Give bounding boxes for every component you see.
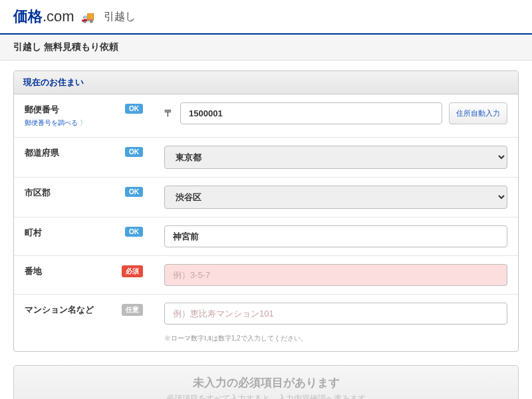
- submit-button: 未入力の必須項目があります 必須項目をすべて入力すると、入力内容確認へ進みます: [13, 365, 519, 399]
- street-input[interactable]: [164, 264, 507, 286]
- town-badge: OK: [125, 227, 143, 237]
- input-cell-building: ※ローマ数字Ⅰ,Ⅱは数字1,2で入力してください。: [154, 295, 518, 351]
- input-cell-prefecture: 東京都: [154, 138, 518, 177]
- submit-sub-text: 必須項目をすべて入力すると、入力内容確認へ進みます: [23, 393, 509, 399]
- row-city: 市区郡 OK 渋谷区: [14, 178, 518, 217]
- building-input[interactable]: [164, 303, 507, 325]
- input-cell-town: [154, 217, 518, 255]
- label-cell-prefecture: 都道府県 OK: [14, 138, 154, 168]
- row-prefecture: 都道府県 OK 東京都: [14, 138, 518, 178]
- town-input[interactable]: [164, 225, 507, 247]
- auto-fill-button[interactable]: 住所自動入力: [449, 102, 507, 124]
- label-cell-city: 市区郡 OK: [14, 178, 154, 208]
- input-cell-postal: 〒 住所自動入力: [154, 94, 518, 132]
- label-cell-street: 番地 必須: [14, 256, 154, 287]
- service-name: 引越し: [104, 10, 136, 24]
- postal-mark-icon: 〒: [164, 108, 174, 120]
- postal-input[interactable]: [180, 102, 442, 124]
- page-title: 引越し 無料見積もり依頼: [0, 33, 532, 61]
- panel-header: 現在のお住まい: [14, 71, 518, 94]
- street-label: 番地: [25, 265, 42, 277]
- submit-main-text: 未入力の必須項目があります: [23, 375, 509, 390]
- submit-area: 未入力の必須項目があります 必須項目をすべて入力すると、入力内容確認へ進みます: [13, 365, 519, 399]
- postal-label: 郵便番号: [25, 104, 86, 116]
- row-building: マンション名など 任意 ※ローマ数字Ⅰ,Ⅱは数字1,2で入力してください。: [14, 295, 518, 351]
- city-select[interactable]: 渋谷区: [164, 186, 507, 209]
- row-postal: 郵便番号 郵便番号を調べる 〉 OK 〒 住所自動入力: [14, 94, 518, 138]
- header: 価格.com 🚚 引越し: [0, 0, 532, 33]
- town-label: 町村: [25, 227, 42, 239]
- label-cell-postal: 郵便番号 郵便番号を調べる 〉 OK: [14, 94, 154, 137]
- prefecture-select[interactable]: 東京都: [164, 146, 507, 169]
- logo-com: .com: [43, 8, 74, 25]
- city-label: 市区郡: [25, 187, 51, 199]
- postal-badge: OK: [125, 104, 143, 114]
- site-logo[interactable]: 価格.com: [13, 7, 74, 27]
- label-cell-town: 町村 OK: [14, 217, 154, 248]
- prefecture-badge: OK: [125, 147, 143, 157]
- city-badge: OK: [125, 187, 143, 197]
- logo-blue: 価格: [13, 8, 43, 25]
- building-badge: 任意: [122, 304, 143, 316]
- row-street: 番地 必須: [14, 256, 518, 295]
- prefecture-label: 都道府県: [25, 147, 59, 159]
- building-note: ※ローマ数字Ⅰ,Ⅱは数字1,2で入力してください。: [164, 334, 507, 343]
- row-town: 町村 OK: [14, 217, 518, 256]
- address-panel: 現在のお住まい 郵便番号 郵便番号を調べる 〉 OK 〒 住所自動入力 都道府県…: [13, 70, 519, 352]
- postal-lookup-link[interactable]: 郵便番号を調べる 〉: [25, 118, 86, 128]
- input-cell-city: 渋谷区: [154, 178, 518, 217]
- street-badge: 必須: [122, 265, 143, 277]
- building-label: マンション名など: [25, 304, 94, 316]
- truck-icon: 🚚: [81, 11, 94, 23]
- input-cell-street: [154, 256, 518, 294]
- label-cell-building: マンション名など 任意: [14, 295, 154, 325]
